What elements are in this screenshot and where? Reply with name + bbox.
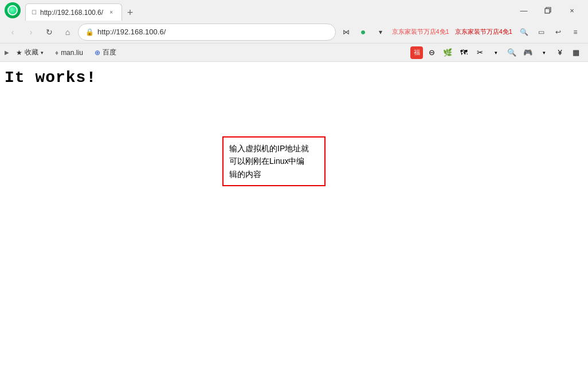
search-button[interactable]: 🔍 <box>516 24 532 40</box>
address-text: http://192.168.100.6/ <box>97 28 328 36</box>
jd-label[interactable]: 京东家装节万店4免1 <box>390 24 452 40</box>
new-tab-button[interactable]: + <box>122 5 138 21</box>
toolbar-icons: 福 ⊖ 🌿 🗺 ✂ ▾ 🔍 🎮 ▾ ¥ ▦ <box>410 45 583 60</box>
minimize-button[interactable]: — <box>512 2 535 18</box>
toolbar-right: 福 ⊖ 🌿 🗺 ✂ ▾ 🔍 🎮 ▾ ¥ ▦ <box>410 45 583 60</box>
browser-icon-button[interactable]: ● <box>355 24 371 40</box>
bookmark-baidu[interactable]: ⊕ 百度 <box>90 46 121 58</box>
page-main-text: It works! <box>5 69 583 87</box>
annotation-box: 输入虚拟机的IP地址就 可以刚刚在Linux中编 辑的内容 <box>222 136 326 186</box>
menu-button[interactable]: ≡ <box>567 24 583 40</box>
browser-logo <box>5 2 21 18</box>
svg-rect-0 <box>545 9 550 13</box>
tab-favicon: ☐ <box>32 9 37 15</box>
favorites-dropdown-icon: ▾ <box>41 50 44 56</box>
tab-close-button[interactable]: × <box>107 8 116 17</box>
title-bar: ☐ http://192.168.100.6/ × + — × <box>0 0 588 21</box>
ssl-icon: 🔒 <box>85 28 94 36</box>
jd-ad-button[interactable]: 京东家装节万店4免1 <box>453 24 515 40</box>
toolbar-icon-1[interactable]: 福 <box>410 46 423 59</box>
annotation-line3: 辑的内容 <box>229 170 261 179</box>
home-button[interactable]: ⌂ <box>60 24 76 40</box>
navigation-bar: ‹ › ↻ ⌂ 🔒 http://192.168.100.6/ ⋈ ● ▾ 京东… <box>0 21 588 44</box>
share-button[interactable]: ⋈ <box>338 24 354 40</box>
history-button[interactable]: ↩ <box>550 24 566 40</box>
back-button[interactable]: ‹ <box>5 24 21 40</box>
forward-button[interactable]: › <box>23 24 39 40</box>
toolbar-icon-dropdown-7[interactable]: ▾ <box>536 45 551 60</box>
manliu-icon: ♦ <box>55 49 58 57</box>
tablet-button[interactable]: ▭ <box>533 24 549 40</box>
tab-bar: ☐ http://192.168.100.6/ × + <box>25 0 510 21</box>
bookmarks-bar: ▶ ★ 收藏 ▾ ♦ man.liu ⊕ 百度 福 ⊖ 🌿 🗺 ✂ ▾ 🔍 🎮 <box>0 44 588 62</box>
toolbar-icon-8[interactable]: ¥ <box>552 45 567 60</box>
manliu-label: man.liu <box>61 49 83 57</box>
favorites-label: 收藏 <box>25 48 38 57</box>
refresh-button[interactable]: ↻ <box>41 24 57 40</box>
toolbar-icon-6[interactable]: 🔍 <box>504 45 519 60</box>
toolbar-icon-2[interactable]: ⊖ <box>424 45 439 60</box>
nav-right-toolbar: ⋈ ● ▾ 京东家装节万店4免1 京东家装节万店4免1 🔍 ▭ ↩ ≡ <box>338 24 584 40</box>
baidu-label: 百度 <box>103 48 116 57</box>
window-controls: — × <box>512 2 583 18</box>
close-button[interactable]: × <box>560 2 583 18</box>
bookmarks-arrow[interactable]: ▶ <box>5 49 9 56</box>
baidu-icon: ⊕ <box>95 49 100 57</box>
browser-window: ☐ http://192.168.100.6/ × + — × ‹ › ↻ ⌂ … <box>0 0 588 369</box>
active-tab[interactable]: ☐ http://192.168.100.6/ × <box>25 3 122 21</box>
page-content: It works! 输入虚拟机的IP地址就 可以刚刚在Linux中编 辑的内容 <box>0 62 588 369</box>
restore-button[interactable] <box>536 2 559 18</box>
tab-title: http://192.168.100.6/ <box>40 9 103 17</box>
browser-dropdown-button[interactable]: ▾ <box>373 24 389 40</box>
annotation-line2: 可以刚刚在Linux中编 <box>229 156 304 166</box>
toolbar-icon-5[interactable]: ✂ <box>472 45 487 60</box>
toolbar-icon-4[interactable]: 🗺 <box>456 45 471 60</box>
annotation-line1: 输入虚拟机的IP地址就 <box>229 144 309 153</box>
address-bar[interactable]: 🔒 http://192.168.100.6/ <box>78 23 336 41</box>
toolbar-icon-3[interactable]: 🌿 <box>440 45 455 60</box>
bookmark-favorites[interactable]: ★ 收藏 ▾ <box>11 46 48 58</box>
bookmark-manliu[interactable]: ♦ man.liu <box>50 48 88 58</box>
favorites-icon: ★ <box>16 49 22 57</box>
toolbar-icon-9[interactable]: ▦ <box>569 45 583 60</box>
toolbar-icon-dropdown-5[interactable]: ▾ <box>488 45 503 60</box>
toolbar-icon-7[interactable]: 🎮 <box>520 45 535 60</box>
